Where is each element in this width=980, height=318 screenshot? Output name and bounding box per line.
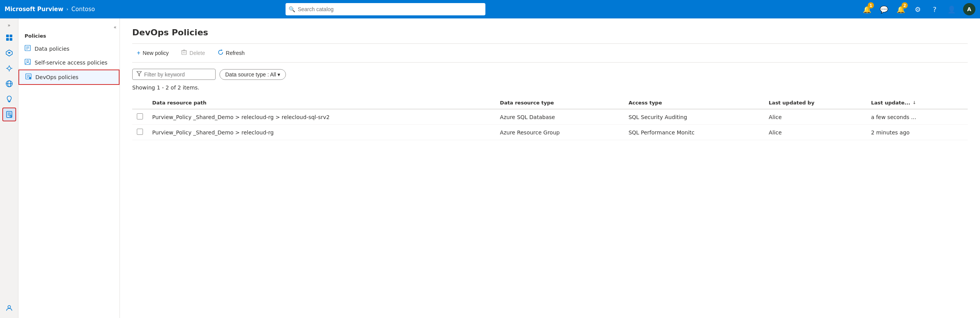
icon-rail: » — [0, 18, 18, 318]
help-button[interactable]: ? — [929, 4, 940, 15]
refresh-label: Refresh — [226, 50, 245, 56]
person-icon: 👤 — [947, 5, 956, 13]
svg-rect-0 — [6, 35, 9, 37]
self-service-label: Self-service access policies — [35, 60, 108, 66]
table-row: Purview_Policy _Shared_Demo > relecloud-… — [132, 125, 968, 140]
devops-policies-label: DevOps policies — [35, 74, 78, 80]
person-button[interactable]: 👤 — [946, 4, 957, 15]
plus-icon: + — [137, 50, 140, 56]
topbar-actions: 🔔 1 💬 🔔 2 ⚙ ? 👤 A — [862, 3, 975, 15]
datasource-chevron-icon: ▾ — [277, 71, 280, 78]
svg-point-4 — [8, 67, 11, 70]
th-access: Access type — [624, 97, 764, 109]
topbar: Microsoft Purview › Contoso 🔍 🔔 1 💬 🔔 2 … — [0, 0, 980, 18]
refresh-button[interactable]: Refresh — [213, 47, 249, 59]
cell-type: Azure Resource Group — [495, 125, 624, 140]
table-row: Purview_Policy _Shared_Demo > relecloud-… — [132, 109, 968, 125]
gear-icon: ⚙ — [915, 5, 921, 13]
results-count: Showing 1 - 2 of 2 items. — [132, 84, 968, 91]
settings-button[interactable]: ⚙ — [912, 4, 923, 15]
filter-row: Data source type : All ▾ — [132, 69, 968, 80]
sidebar-collapse: « — [18, 23, 120, 31]
collapse-button[interactable]: « — [114, 25, 116, 30]
th-access-label: Access type — [628, 100, 662, 106]
feedback-icon: 💬 — [880, 5, 888, 13]
brand-name: Microsoft Purview — [5, 6, 63, 13]
delete-label: Delete — [189, 50, 205, 56]
search-bar: 🔍 — [286, 3, 485, 15]
row-checkbox[interactable] — [137, 113, 143, 119]
new-policy-button[interactable]: + New policy — [132, 47, 173, 59]
page-title: DevOps Policies — [132, 28, 968, 37]
rail-datamap[interactable] — [2, 77, 16, 91]
search-icon: 🔍 — [289, 6, 295, 12]
delete-button[interactable]: Delete — [176, 47, 209, 59]
filter-icon — [136, 71, 142, 78]
cell-path: Purview_Policy _Shared_Demo > relecloud-… — [148, 109, 495, 125]
notifications-badge: 1 — [868, 2, 874, 8]
sidebar: « Policies Data policies Self-service ac… — [18, 18, 120, 318]
table-header-row: Data resource path Data resource type Ac… — [132, 97, 968, 109]
cell-access: SQL Performance Monitc — [624, 125, 764, 140]
self-service-icon — [25, 59, 31, 66]
cell-updated-at: a few seconds ... — [866, 109, 968, 125]
rail-lightbulb[interactable] — [2, 92, 16, 106]
svg-point-19 — [8, 306, 10, 308]
refresh-icon — [218, 49, 224, 57]
alerts-badge: 2 — [902, 2, 908, 8]
help-icon: ? — [933, 5, 937, 13]
notifications-button[interactable]: 🔔 1 — [862, 4, 872, 15]
rail-account[interactable] — [2, 301, 16, 315]
svg-marker-36 — [137, 71, 141, 76]
rail-insights[interactable] — [2, 61, 16, 75]
svg-rect-3 — [10, 38, 12, 41]
main-layout: » « Policies Data — [0, 18, 980, 318]
toolbar: + New policy Delete Refresh — [132, 43, 968, 63]
datasource-filter-button[interactable]: Data source type : All ▾ — [219, 69, 286, 80]
svg-point-30 — [29, 77, 31, 79]
th-type-label: Data resource type — [500, 100, 554, 106]
th-updated-at[interactable]: Last update... ↓ — [866, 97, 968, 109]
th-updated-at-label: Last update... — [871, 100, 910, 106]
new-policy-label: New policy — [143, 50, 169, 56]
th-type: Data resource type — [495, 97, 624, 109]
avatar[interactable]: A — [963, 3, 975, 15]
th-path: Data resource path — [148, 97, 495, 109]
sort-desc-icon: ↓ — [912, 100, 916, 105]
filter-keyword-input[interactable] — [144, 71, 211, 78]
svg-rect-2 — [6, 38, 9, 41]
cell-updated-by: Alice — [764, 109, 866, 125]
devops-icon — [25, 73, 32, 81]
sidebar-item-data-policies[interactable]: Data policies — [18, 42, 120, 56]
cell-updated-at: 2 minutes ago — [866, 125, 968, 140]
sidebar-item-devops-policies[interactable]: DevOps policies — [18, 70, 120, 85]
rail-policy[interactable] — [2, 108, 16, 121]
svg-rect-1 — [10, 35, 12, 37]
data-policies-icon — [25, 45, 31, 53]
filter-input-container[interactable] — [132, 69, 216, 80]
tenant-name: Contoso — [71, 6, 95, 13]
cell-type: Azure SQL Database — [495, 109, 624, 125]
row-checkbox-cell — [132, 109, 148, 125]
cell-updated-by: Alice — [764, 125, 866, 140]
rail-catalog[interactable] — [2, 46, 16, 60]
rail-expand-button[interactable]: » — [2, 22, 16, 29]
th-path-label: Data resource path — [152, 100, 206, 106]
feedback-button[interactable]: 💬 — [879, 4, 889, 15]
row-checkbox[interactable] — [137, 129, 143, 135]
sidebar-item-self-service[interactable]: Self-service access policies — [18, 56, 120, 70]
delete-icon — [181, 49, 187, 57]
alerts-button[interactable]: 🔔 2 — [895, 4, 906, 15]
th-checkbox — [132, 97, 148, 109]
brand-chevron: › — [66, 7, 68, 12]
row-checkbox-cell — [132, 125, 148, 140]
data-policies-label: Data policies — [35, 46, 70, 52]
rail-home[interactable] — [2, 31, 16, 45]
brand: Microsoft Purview › Contoso — [5, 6, 95, 13]
search-input[interactable] — [286, 3, 485, 15]
cell-path: Purview_Policy _Shared_Demo > relecloud-… — [148, 125, 495, 140]
datasource-filter-label: Data source type : All — [225, 71, 276, 78]
cell-access: SQL Security Auditing — [624, 109, 764, 125]
main-content: DevOps Policies + New policy Delete Refr… — [120, 18, 980, 318]
sidebar-section-title: Policies — [18, 31, 120, 42]
